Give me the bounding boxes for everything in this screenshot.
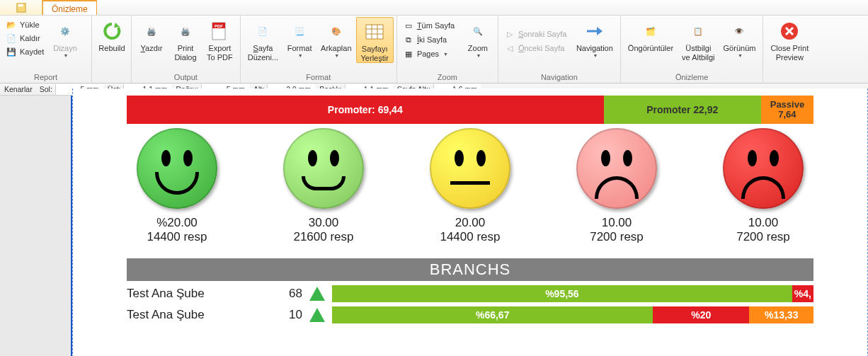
tab-onizleme[interactable]: Önizleme [42, 0, 97, 15]
branch-bar-segment: %13,33 [749, 306, 813, 323]
kaydet-button[interactable]: 💾Kaydet [4, 45, 47, 58]
branch-row: Test Ana Şube10%66,67%20%13,33 [127, 306, 813, 323]
faces-row: %20.0014400 resp30.0021600 resp20.001440… [137, 128, 804, 244]
sonraki-sayfa-button: ▷Sonraki Sayfa [501, 27, 572, 41]
remove-icon: 📄 [6, 33, 17, 44]
open-icon: 📂 [6, 19, 17, 30]
face-column: 10.007200 resp [723, 128, 804, 244]
face-column: 20.0014400 resp [430, 128, 510, 244]
group-output: Output [135, 72, 237, 83]
dizayn-button: ⚙️Dizayn▼ [48, 17, 82, 59]
promoter-segment: Promoter 22,92 [604, 96, 761, 124]
face-percent: 10.00 [748, 216, 779, 230]
quick-access[interactable] [0, 0, 42, 15]
face-resp: 21600 resp [293, 230, 353, 244]
save-icon [16, 3, 26, 13]
branch-bar-segment: %95,56 [332, 285, 792, 302]
kenarlar-label: Kenarlar [0, 85, 35, 93]
prev-icon: ◁ [504, 42, 515, 54]
eye-icon: 👁️ [728, 20, 750, 42]
refresh-icon [101, 20, 123, 42]
branch-score: 68 [273, 287, 302, 301]
up-arrow-icon [309, 287, 325, 301]
twopage-icon: ⧉ [403, 34, 414, 45]
face-percent: 20.00 [455, 216, 486, 230]
face-column: 10.007200 resp [576, 128, 657, 244]
fullpage-icon: ▭ [403, 20, 414, 31]
sayfa-duzeni-button[interactable]: 📄Sayfa Düzeni... [244, 17, 282, 62]
rebuild-button[interactable]: Rebuild [95, 17, 129, 53]
ribbon: 📂Yükle 📄Kaldır 💾Kaydet ⚙️Dizayn▼ Report … [0, 16, 868, 84]
gorunum-button[interactable]: 👁️Görünüm▼ [719, 17, 760, 59]
printer-dialog-icon: 🖨️ [174, 20, 197, 42]
face-percent: %20.00 [156, 216, 198, 230]
branch-bar-segment: %20 [653, 306, 749, 323]
face-very-sad-icon [723, 128, 804, 209]
zoom-button[interactable]: 🔍Zoom▼ [461, 17, 495, 59]
branch-name: Test Ana Şube [127, 287, 265, 301]
thumbnails-icon: 🗂️ [639, 20, 662, 42]
face-resp: 14400 resp [147, 230, 207, 244]
branch-bar: %66,67%20%13,33 [332, 306, 813, 323]
branch-bar: %95,56%4, [332, 285, 813, 302]
gear-icon: ⚙️ [54, 20, 76, 42]
sayfayi-yerlestir-button[interactable]: Sayfayı Yerleştir [356, 17, 394, 63]
group-navigation: Navigation [501, 72, 617, 83]
report-page: Promoter: 69,44Promoter 22,92Passive7,64… [72, 88, 868, 356]
header-footer-icon: 📋 [687, 20, 709, 42]
pdf-icon: PDF [208, 20, 231, 42]
background-icon: 🎨 [325, 20, 348, 42]
group-zoom: Zoom [400, 72, 495, 83]
face-column: %20.0014400 resp [137, 128, 217, 244]
arkaplan-button[interactable]: 🎨Arkaplan▼ [316, 17, 355, 59]
sol-label: Sol: [35, 85, 55, 93]
branch-row: Test Ana Şube68%95,56%4, [127, 285, 813, 302]
page-setup-icon: 📄 [251, 20, 274, 42]
face-percent: 10.00 [602, 216, 632, 230]
branchs-header: BRANCHS [127, 258, 813, 281]
branch-bar-segment: %66,67 [332, 306, 653, 323]
tum-sayfa-button[interactable]: ▭Tüm Sayfa [400, 18, 461, 33]
save-icon: 💾 [6, 46, 17, 57]
promoter-segment: Passive7,64 [761, 96, 813, 124]
ongoruntuler-button[interactable]: 🗂️Öngörüntüler [624, 17, 678, 53]
left-gutter [0, 96, 71, 356]
close-preview-button[interactable]: Close Print Preview [766, 17, 813, 62]
face-sad-icon [576, 128, 657, 209]
group-onizleme: Önizleme [624, 72, 760, 83]
up-arrow-icon [309, 308, 325, 322]
face-resp: 7200 resp [736, 230, 790, 244]
nav-icon [583, 20, 606, 42]
face-resp: 14400 resp [440, 230, 500, 244]
branch-score: 10 [273, 308, 302, 322]
face-percent: 30.00 [309, 216, 339, 230]
promoter-bar: Promoter: 69,44Promoter 22,92Passive7,64 [127, 96, 813, 124]
group-report: Report [3, 72, 88, 83]
printer-icon: 🖨️ [140, 20, 163, 42]
yukle-button[interactable]: 📂Yükle [4, 18, 47, 31]
title-bar: Önizleme [0, 0, 868, 16]
face-column: 30.0021600 resp [283, 128, 364, 244]
group-format: Format [244, 72, 394, 83]
svg-text:PDF: PDF [215, 24, 223, 28]
print-dialog-button[interactable]: 🖨️Print Dialog [169, 17, 202, 62]
ustbilgi-button[interactable]: 📋Üstbilgi ve Altbilgi [678, 17, 719, 62]
pages-button[interactable]: ▦Pages▼ [400, 47, 461, 61]
face-resp: 7200 resp [590, 230, 644, 244]
navigation-button[interactable]: Navigation▼ [572, 17, 617, 59]
pages-icon: ▦ [403, 48, 414, 59]
kaldir-button[interactable]: 📄Kaldır [4, 32, 47, 45]
svg-rect-5 [366, 25, 383, 39]
next-icon: ▷ [504, 28, 515, 40]
face-very-happy-icon [137, 128, 217, 209]
grid-icon [363, 21, 386, 43]
onceki-sayfa-button: ◁Önceki Sayfa [501, 41, 572, 55]
yazdir-button[interactable]: 🖨️Yazdır [135, 17, 169, 53]
iki-sayfa-button[interactable]: ⧉İki Sayfa [400, 33, 461, 47]
promoter-segment: Promoter: 69,44 [127, 96, 604, 124]
export-pdf-button[interactable]: PDFExport To PDF [202, 17, 237, 62]
face-neutral-icon [430, 128, 510, 209]
branch-name: Test Ana Şube [127, 308, 265, 322]
format-icon: 📃 [288, 20, 311, 42]
format-button[interactable]: 📃Format▼ [282, 17, 316, 59]
